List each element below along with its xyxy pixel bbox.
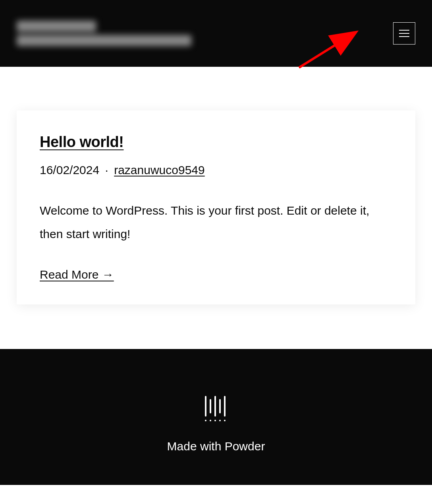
post-title-link[interactable]: Hello world! bbox=[40, 134, 392, 151]
post-meta: 16/02/2024 · razanuwuco9549 bbox=[40, 163, 392, 177]
svg-rect-4 bbox=[214, 396, 216, 417]
powder-logo-icon bbox=[202, 396, 230, 425]
svg-point-9 bbox=[214, 420, 216, 421]
main-content: Hello world! 16/02/2024 · razanuwuco9549… bbox=[0, 67, 432, 304]
post-date: 16/02/2024 bbox=[40, 163, 99, 176]
svg-rect-2 bbox=[205, 396, 206, 417]
post-excerpt: Welcome to WordPress. This is your first… bbox=[40, 199, 392, 246]
svg-point-10 bbox=[219, 420, 221, 421]
svg-rect-5 bbox=[219, 399, 221, 413]
footer-credit: Made with Powder bbox=[0, 440, 432, 453]
hamburger-icon bbox=[399, 30, 409, 37]
post-card: Hello world! 16/02/2024 · razanuwuco9549… bbox=[17, 110, 415, 304]
post-author-link[interactable]: razanuwuco9549 bbox=[114, 163, 205, 176]
svg-line-1 bbox=[299, 33, 355, 68]
svg-point-11 bbox=[224, 420, 226, 421]
svg-rect-6 bbox=[224, 396, 226, 417]
svg-point-7 bbox=[205, 420, 206, 421]
menu-toggle-button[interactable] bbox=[393, 22, 415, 45]
annotation-arrow bbox=[297, 30, 361, 70]
site-branding bbox=[17, 21, 191, 46]
site-tagline bbox=[17, 35, 191, 46]
svg-point-8 bbox=[210, 420, 211, 421]
read-more-link[interactable]: Read More → bbox=[40, 268, 114, 281]
site-title bbox=[17, 21, 96, 32]
site-header bbox=[0, 0, 432, 67]
svg-rect-3 bbox=[210, 399, 211, 413]
site-footer: Made with Powder bbox=[0, 349, 432, 485]
meta-separator: · bbox=[105, 163, 108, 176]
